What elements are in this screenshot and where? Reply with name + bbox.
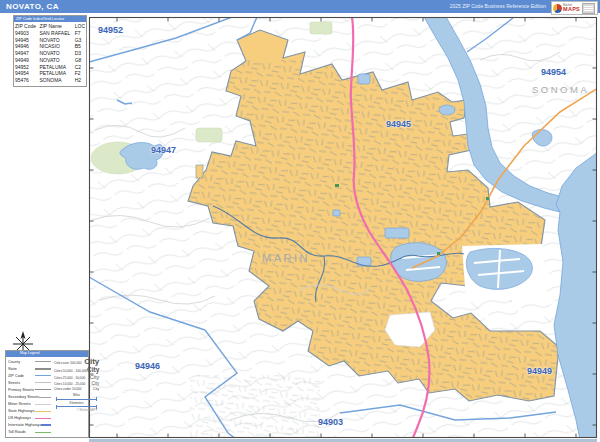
street-texture-south — [190, 375, 320, 437]
legend-city-row: Cities under 10,000City — [54, 387, 99, 392]
legend-row: US Highways — [8, 415, 51, 422]
legend-row: Secondary Streets — [8, 393, 51, 400]
state-line-sample — [35, 368, 51, 370]
legend-city-row: Cities over 100,000City — [54, 358, 99, 366]
legend-row: Minor Streets — [8, 401, 51, 408]
county-label-sonoma: SONOMA — [532, 84, 589, 95]
legend-row: State — [8, 365, 51, 372]
table-row: 94903SAN RAFAELF7 — [14, 30, 86, 37]
us-highways-sample — [35, 418, 51, 419]
scale-bar-kilometers: Kilometers — [54, 402, 99, 408]
interstate-highways-sample — [41, 424, 51, 426]
zip-label-94949: 94949 — [527, 366, 552, 376]
minor-streets-sample — [35, 404, 51, 405]
legend-row: Primary Streets — [8, 386, 51, 393]
zip-line-sample — [35, 375, 51, 376]
legend-row: Toll Roads — [8, 429, 51, 436]
zip-index-panel: ZIP Code Index/Grid Locator ZIP Code ZIP… — [13, 15, 87, 87]
primary-streets-sample — [35, 389, 51, 390]
zip-label-94945: 94945 — [386, 119, 411, 129]
zip-label-94954: 94954 — [541, 67, 566, 77]
county-label-marin: MARIN — [262, 252, 310, 264]
legend-row: Streets — [8, 379, 51, 386]
page: { "title_bar": { "title": "NOVATO, CA", … — [0, 0, 600, 442]
table-row: 94949NOVATOG8 — [14, 57, 86, 64]
table-row: 94946NICASIOB5 — [14, 43, 86, 50]
secondary-streets-sample — [39, 397, 51, 398]
zip-label-94952: 94952 — [98, 25, 123, 35]
zip-label-94947: 94947 — [151, 145, 176, 155]
table-row: 94945NOVATOG3 — [14, 37, 86, 44]
county-line-sample — [35, 361, 51, 362]
table-row: 94954PETALUMAF2 — [14, 70, 86, 77]
legend-city-row: Cities 25,000 - 50,000City — [54, 375, 99, 381]
table-row: 94947NOVATOD3 — [14, 50, 86, 57]
table-row: 94952PETALUMAC2 — [14, 64, 86, 71]
zip-index-header: ZIP Code Index/Grid Locator — [14, 16, 86, 22]
zip-index-table: ZIP Code ZIP Name LOC 94903SAN RAFAELF7 … — [14, 23, 86, 84]
legend-copyright: © MarketMAPS — [54, 407, 99, 412]
legend-row: ZIP Code — [8, 372, 51, 379]
legend-city-sizes: Cities over 100,000City Cities 50,000 - … — [51, 358, 99, 436]
scale-bar-miles: Miles — [54, 394, 99, 400]
zip-index-column-row: ZIP Code ZIP Name LOC — [14, 23, 86, 30]
legend-row: County — [8, 358, 51, 365]
zip-label-94946: 94946 — [135, 361, 160, 371]
map-legend-panel: Map Legend County State ZIP Code Streets… — [5, 350, 89, 438]
zip-label-94903: 94903 — [318, 417, 343, 427]
legend-city-row: Cities 50,000 - 100,000City — [54, 367, 99, 374]
streets-line-sample — [35, 382, 51, 383]
legend-row: State Highways — [8, 408, 51, 415]
state-highways-sample — [35, 411, 51, 412]
legend-row: Interstate Highways — [8, 422, 51, 429]
table-row: 95476SONOMAH2 — [14, 77, 86, 84]
legend-city-row: Cities 10,000 - 25,000City — [54, 382, 99, 387]
toll-roads-sample — [35, 432, 51, 433]
legend-line-samples: County State ZIP Code Streets Primary St… — [8, 358, 51, 436]
